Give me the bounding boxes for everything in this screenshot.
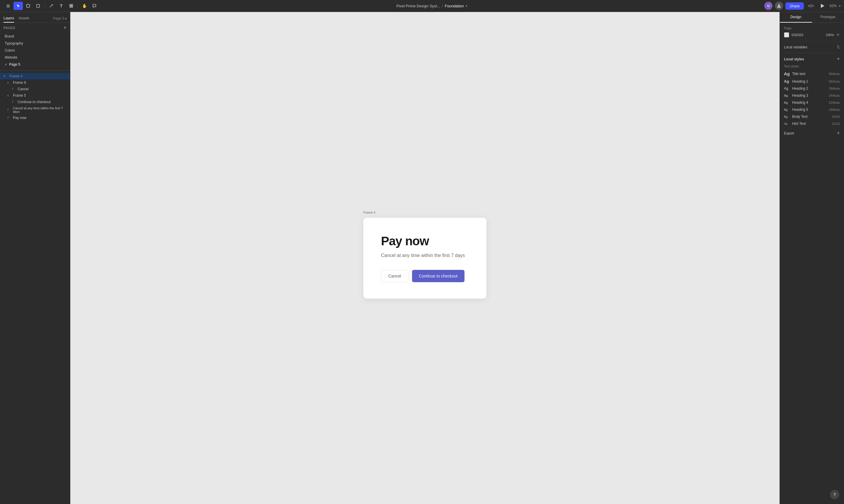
svg-rect-8	[70, 6, 71, 7]
text-style-heading3[interactable]: Ag Heading 3 24/Auto	[780, 92, 844, 99]
zoom-level[interactable]: 62%	[830, 4, 837, 8]
layer-subtitle-text[interactable]: T Cancel at any time within the first 7 …	[0, 105, 70, 114]
page-section-title: Page	[784, 26, 840, 30]
text-icon-2: T	[12, 101, 16, 104]
checkout-button[interactable]: Continue to checkout	[412, 270, 465, 282]
canvas-content: Frame 4 Pay now Cancel at any time withi…	[363, 218, 486, 299]
page-item-colors[interactable]: Colors	[2, 47, 68, 54]
card-title: Pay now	[381, 234, 469, 248]
tool-group-left: ⊞ T ✋	[3, 2, 99, 10]
text-style-heading1[interactable]: Ag Heading 1 36/Auto	[780, 78, 844, 85]
export-add-button[interactable]: +	[837, 130, 840, 136]
zoom-chevron[interactable]: ▾	[839, 4, 841, 7]
style-name-title: Title text	[792, 72, 826, 76]
component-icon-2: ≡	[7, 94, 11, 97]
svg-rect-0	[27, 4, 30, 7]
layers-section: # Frame 4 ≡ Frame 6 T Cancel ≡ Frame 5 T…	[0, 70, 70, 504]
local-styles-label: Local styles	[784, 57, 804, 61]
layer-cancel-text[interactable]: T Cancel	[0, 86, 70, 92]
page-item-page5[interactable]: ✓ Page 5	[2, 61, 68, 68]
ag-icon-h4: Ag	[784, 101, 790, 104]
topbar-right: U Share </> 62% ▾	[764, 2, 841, 10]
svg-rect-5	[37, 4, 39, 7]
style-size-h4: 22/Auto	[829, 101, 840, 104]
left-sidebar: Layers Assets Page 5 ▾ Pages + Brand Typ…	[0, 12, 70, 504]
style-size-title: 56/Auto	[829, 72, 840, 76]
layer-frame6[interactable]: ≡ Frame 6	[0, 79, 70, 86]
page-item-typography[interactable]: Typography	[2, 40, 68, 47]
page-item-brand[interactable]: Brand	[2, 33, 68, 40]
svg-rect-7	[72, 4, 73, 5]
frame-icon: #	[3, 74, 7, 78]
text-style-hint[interactable]: Ag Hint Text 12/16	[780, 120, 844, 127]
topbar: ⊞ T ✋ Pixel Prime Des	[0, 0, 844, 12]
pen-tool-button[interactable]	[47, 2, 56, 10]
local-styles-header: Local styles +	[780, 53, 844, 63]
comment-tool-button[interactable]	[90, 2, 99, 10]
visibility-icon[interactable]: 👁	[837, 33, 840, 37]
topbar-left: ⊞ T ✋	[3, 2, 99, 10]
style-name-h1: Heading 1	[792, 79, 826, 84]
svg-rect-6	[70, 4, 71, 5]
code-view-button[interactable]: </>	[806, 2, 815, 10]
layer-frame5[interactable]: ≡ Frame 5	[0, 92, 70, 99]
text-styles-label: Text styles	[780, 63, 844, 70]
canvas-inner: Frame 4 Pay now Cancel at any time withi…	[70, 12, 779, 504]
page-color-value[interactable]: E5E5E5	[792, 33, 824, 37]
style-name-h4: Heading 4	[792, 101, 826, 105]
sliders-icon[interactable]: ⇅	[837, 45, 840, 49]
toolbar-divider	[44, 3, 45, 9]
page-name-chevron[interactable]: ▾	[466, 4, 467, 7]
text-styles-section: Text styles Ag Title text 56/Auto Ag Hea…	[780, 63, 844, 127]
text-style-heading2[interactable]: Ag Heading 2 28/Auto	[780, 85, 844, 92]
tab-layers[interactable]: Layers	[3, 14, 14, 22]
local-vars-row: Local variables ⇅	[784, 45, 840, 49]
share-button[interactable]: Share	[785, 2, 804, 10]
svg-point-10	[778, 4, 780, 6]
style-size-h3: 24/Auto	[829, 94, 840, 97]
add-page-button[interactable]: +	[63, 25, 67, 31]
style-size-h2: 28/Auto	[829, 87, 840, 90]
frame-tool-button[interactable]	[23, 2, 33, 10]
text-style-title-text[interactable]: Ag Title text 56/Auto	[780, 70, 844, 78]
pages-list: Brand Typography Colors Website ✓ Page 5	[0, 33, 70, 70]
text-style-heading5[interactable]: Ag Heading 5 18/Auto	[780, 106, 844, 113]
style-name-hint: Hint Text	[792, 122, 829, 126]
cancel-button[interactable]: Cancel	[381, 270, 409, 282]
export-section: Export +	[780, 127, 844, 139]
tab-design[interactable]: Design	[780, 12, 812, 22]
text-tool-button[interactable]: T	[57, 2, 66, 10]
page-name: Foundation	[445, 4, 464, 8]
text-style-heading4[interactable]: Ag Heading 4 22/Auto	[780, 99, 844, 106]
play-button[interactable]	[818, 2, 827, 10]
svg-rect-9	[72, 6, 73, 7]
hand-tool-button[interactable]: ✋	[80, 2, 89, 10]
local-variables-label: Local variables	[784, 45, 807, 49]
layer-title-text[interactable]: T Pay now	[0, 114, 70, 121]
style-name-body: Body Text	[792, 114, 829, 119]
text-style-body[interactable]: Ag Body Text 16/24	[780, 113, 844, 120]
ag-icon-h1: Ag	[784, 79, 790, 84]
toolbar-divider-2	[78, 3, 78, 9]
layer-checkout-text[interactable]: T Continue to checkout	[0, 99, 70, 105]
page-color-swatch[interactable]	[784, 32, 789, 37]
page-indicator[interactable]: Page 5 ▾	[53, 16, 67, 20]
avatar: U	[764, 2, 772, 10]
tab-prototype[interactable]: Prototype	[812, 12, 844, 22]
sidebar-tabs: Layers Assets Page 5 ▾	[0, 12, 70, 23]
pages-section-header: Pages +	[0, 23, 70, 33]
page-opacity-value[interactable]: 100%	[826, 33, 834, 37]
ag-icon-body: Ag	[784, 115, 790, 119]
page-item-website[interactable]: Website	[2, 54, 68, 61]
local-styles-add-button[interactable]: +	[837, 56, 840, 62]
breadcrumb-separator: /	[442, 4, 443, 8]
component-tool-button[interactable]	[67, 2, 76, 10]
help-button[interactable]: ?	[830, 490, 839, 499]
style-name-h2: Heading 2	[792, 87, 826, 91]
shape-tool-button[interactable]	[33, 2, 43, 10]
tab-assets[interactable]: Assets	[19, 14, 29, 22]
main-menu-button[interactable]: ⊞	[3, 2, 13, 10]
avatar-2	[775, 2, 783, 10]
layer-frame4[interactable]: # Frame 4	[0, 73, 70, 79]
move-tool-button[interactable]	[14, 2, 23, 10]
